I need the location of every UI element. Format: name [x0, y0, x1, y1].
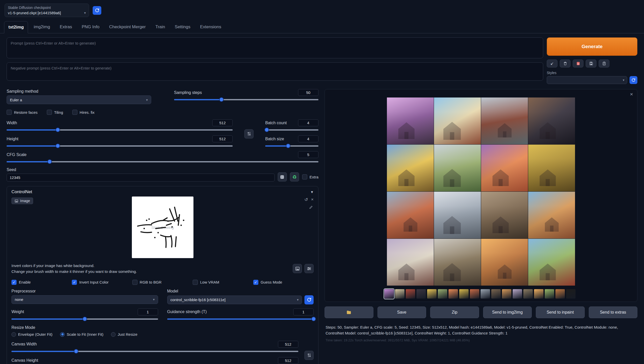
seed-extra-checkbox[interactable]: ✓	[302, 174, 307, 179]
zip-button[interactable]: Zip	[430, 306, 479, 318]
upload-image-button[interactable]	[293, 264, 302, 273]
checkpoint-select[interactable]: v1-5-pruned.ckpt [e1441589a6] ▾	[8, 11, 86, 15]
generate-button[interactable]: Generate	[547, 37, 637, 56]
random-seed-button[interactable]	[278, 172, 287, 181]
tab-png-info[interactable]: PNG Info	[78, 21, 104, 33]
tab-checkpoint-merger[interactable]: Checkpoint Merger	[105, 21, 150, 33]
hires-fix-checkbox[interactable]: ✓	[72, 110, 77, 115]
gallery-thumbnail[interactable]	[459, 289, 469, 299]
weight-slider[interactable]	[11, 317, 158, 321]
slider-track[interactable]	[7, 145, 233, 147]
gallery-image[interactable]	[387, 97, 434, 144]
slider-track[interactable]	[7, 161, 318, 162]
gallery-thumbnail[interactable]	[545, 289, 554, 299]
slider-track[interactable]	[265, 129, 318, 131]
negative-prompt-input[interactable]	[7, 62, 543, 81]
gallery-image[interactable]	[481, 97, 528, 144]
cfg-scale-slider[interactable]	[7, 159, 318, 164]
gallery-thumbnail[interactable]	[449, 289, 458, 299]
batch-count-value[interactable]: 4	[298, 119, 318, 126]
preprocessor-select[interactable]: none ▾	[11, 295, 158, 304]
enable-checkbox[interactable]: ✓	[11, 280, 17, 285]
resize-envelope-radio[interactable]	[11, 332, 16, 337]
slider-track[interactable]	[265, 145, 318, 147]
paste-params-button[interactable]: ↙	[547, 60, 557, 67]
gallery-thumbnail[interactable]	[384, 289, 394, 299]
gallery-image[interactable]	[434, 97, 481, 144]
controlnet-model-select[interactable]: control_scribble-fp16 [c508311e] ▾	[167, 296, 302, 304]
gallery-thumbnail[interactable]	[470, 289, 479, 299]
guess-mode-checkbox[interactable]: ✓	[253, 280, 258, 285]
gallery-thumbnail[interactable]	[481, 289, 490, 299]
low-vram-checkbox[interactable]: ✓	[193, 280, 198, 285]
tab-txt2img[interactable]: txt2img	[4, 21, 28, 33]
slider-track[interactable]	[7, 129, 233, 131]
extra-networks-button[interactable]	[573, 60, 583, 67]
canvas-height-value[interactable]: 512	[278, 357, 298, 364]
height-value[interactable]: 512	[212, 135, 233, 142]
guidance-strength-slider[interactable]	[167, 317, 314, 321]
tiling-checkbox[interactable]: ✓	[47, 110, 52, 115]
slider-track[interactable]	[167, 318, 314, 320]
batch-size-slider[interactable]	[265, 144, 318, 148]
batch-count-slider[interactable]	[265, 128, 318, 132]
guess-mode-option[interactable]: ✓ Guess Mode	[253, 280, 314, 285]
slider-handle[interactable]	[82, 317, 87, 321]
gallery-thumbnail[interactable]	[427, 289, 437, 299]
open-folder-button[interactable]	[325, 306, 373, 318]
slider-handle[interactable]	[74, 349, 78, 354]
gallery-thumbnail[interactable]	[502, 289, 511, 299]
apply-style-button[interactable]	[599, 60, 609, 67]
save-button[interactable]: Save	[377, 306, 426, 318]
slider-handle[interactable]	[55, 128, 60, 132]
cfg-scale-value[interactable]: 5	[298, 151, 318, 158]
slider-handle[interactable]	[264, 128, 269, 132]
rgb-to-bgr-checkbox[interactable]: ✓	[132, 280, 137, 285]
low-vram-option[interactable]: ✓ Low VRAM	[193, 280, 253, 285]
send-to-inpaint-button[interactable]: Send to inpaint	[536, 306, 585, 318]
invert-input-color-checkbox[interactable]: ✓	[72, 280, 77, 285]
brush-tool-button[interactable]	[309, 205, 313, 211]
seed-extra-option[interactable]: ✓ Extra	[302, 172, 318, 181]
slider-handle[interactable]	[311, 317, 316, 321]
gallery-thumbnail[interactable]	[534, 289, 543, 299]
enable-option[interactable]: ✓ Enable	[11, 280, 72, 285]
gallery-thumbnail[interactable]	[416, 289, 426, 299]
resize-scale-to-fit-radio[interactable]	[60, 332, 65, 337]
gallery-image[interactable]	[481, 145, 528, 191]
gallery-thumbnail[interactable]	[523, 289, 533, 299]
gallery-image[interactable]	[528, 145, 575, 191]
gallery-thumbnail[interactable]	[395, 289, 404, 299]
controlnet-drawing-canvas[interactable]: Start drawing	[132, 197, 193, 258]
gallery-image[interactable]	[481, 192, 528, 239]
slider-track[interactable]	[11, 351, 298, 352]
save-style-button[interactable]	[586, 60, 596, 67]
prompt-input[interactable]	[7, 37, 543, 58]
controlnet-image-tab[interactable]: Image	[11, 198, 33, 204]
gallery-image[interactable]	[528, 192, 575, 239]
resize-just-resize-radio[interactable]	[111, 332, 116, 337]
slider-handle[interactable]	[47, 159, 52, 164]
canvas-width-value[interactable]: 512	[278, 341, 298, 348]
weight-value[interactable]: 1	[138, 309, 158, 315]
refresh-checkpoint-button[interactable]	[93, 6, 101, 15]
gallery-thumbnail[interactable]	[406, 289, 415, 299]
gallery-thumbnail[interactable]	[513, 289, 522, 299]
tiling-option[interactable]: ✓ Tiling	[47, 110, 63, 115]
tab-extensions[interactable]: Extensions	[196, 21, 225, 33]
canvas-width-slider[interactable]	[11, 349, 298, 354]
gallery-image[interactable]	[434, 145, 481, 191]
guidance-strength-value[interactable]: 1	[293, 309, 314, 315]
resize-just-resize-option[interactable]: Just Resize	[111, 332, 137, 337]
gallery-image[interactable]	[481, 239, 528, 286]
styles-select[interactable]: ▾	[547, 76, 627, 84]
batch-size-value[interactable]: 4	[298, 135, 318, 142]
tab-extras[interactable]: Extras	[56, 21, 76, 33]
gallery-thumbnail[interactable]	[491, 289, 501, 299]
height-slider[interactable]	[7, 144, 233, 148]
resize-scale-to-fit-option[interactable]: Scale to Fit (Inner Fit)	[60, 332, 103, 337]
controlnet-accordion-header[interactable]: ControlNet ▼	[11, 189, 314, 194]
slider-track[interactable]	[174, 99, 319, 100]
gallery-thumbnail[interactable]	[438, 289, 447, 299]
gallery-image[interactable]	[434, 192, 481, 239]
